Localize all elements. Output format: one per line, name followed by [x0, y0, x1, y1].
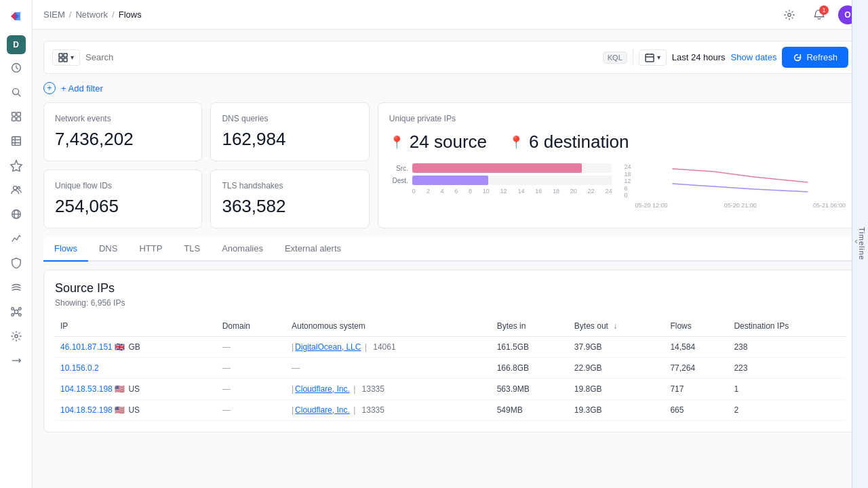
- sidebar-item-settings[interactable]: [5, 325, 27, 347]
- line-x-1: 05-20 21:00: [724, 202, 757, 209]
- col-ip: IP: [55, 316, 217, 337]
- sidebar-item-more[interactable]: [5, 350, 27, 371]
- show-dates-button[interactable]: Show dates: [731, 52, 777, 62]
- refresh-label: Refresh: [806, 52, 837, 62]
- bar-dst-fill: [412, 176, 488, 185]
- svg-line-25: [17, 313, 18, 314]
- search-type-dropdown[interactable]: ▾: [52, 49, 80, 66]
- country-0: GB: [128, 342, 140, 352]
- source-ips-section: Source IPs Showing: 6,956 IPs IP Domain …: [43, 270, 857, 432]
- bar-x-6: 6: [454, 188, 458, 195]
- asn-number-3: 13335: [362, 405, 384, 415]
- sidebar-item-search[interactable]: [5, 81, 27, 103]
- asn-pipe-2: |: [292, 384, 294, 394]
- add-filter-button[interactable]: + Add filter: [61, 83, 103, 94]
- sidebar-item-analytics[interactable]: [5, 228, 27, 249]
- cell-dest-ips-1: 223: [728, 358, 846, 379]
- breadcrumb-network[interactable]: Network: [75, 9, 108, 20]
- table-row: 46.101.87.151 🇬🇧 GB — |DigitalOcean, LLC…: [55, 337, 846, 358]
- refresh-button[interactable]: Refresh: [782, 47, 848, 68]
- kql-toggle[interactable]: KQL: [603, 52, 627, 64]
- time-filter-dropdown[interactable]: ▾: [639, 49, 667, 66]
- sidebar-item-rules[interactable]: [5, 252, 27, 274]
- app-logo[interactable]: [5, 5, 27, 27]
- network-events-value: 7,436,202: [55, 129, 191, 150]
- tab-dns[interactable]: DNS: [88, 237, 128, 262]
- cell-asn-1: —: [286, 358, 492, 379]
- country-3: US: [128, 405, 140, 415]
- breadcrumb-flows: Flows: [119, 9, 142, 20]
- source-ips-table: IP Domain Autonomous system Bytes in Byt…: [55, 316, 846, 421]
- bar-x-8: 8: [469, 188, 472, 195]
- bar-dst-track: [412, 176, 612, 185]
- stats-left: Network events 7,436,202 DNS queries 162…: [43, 102, 370, 228]
- cell-flows-2: 717: [665, 379, 728, 400]
- cell-domain-0: —: [217, 337, 286, 358]
- tab-flows[interactable]: Flows: [43, 237, 88, 262]
- bar-x-12: 12: [500, 188, 507, 195]
- tls-handshakes-value: 363,582: [222, 196, 357, 217]
- line-y-24: 24: [624, 163, 631, 170]
- search-input[interactable]: [85, 52, 597, 62]
- bar-src-row: Src.: [389, 163, 612, 173]
- svg-point-2: [12, 89, 18, 95]
- asn-pipe-3: |: [292, 405, 294, 415]
- topnav-right: 1 O: [778, 4, 857, 26]
- ip-link-2[interactable]: 104.18.53.198: [60, 384, 113, 394]
- bar-x-14: 14: [517, 188, 524, 195]
- asn-name-0[interactable]: DigitalOcean, LLC: [295, 342, 361, 352]
- svg-rect-33: [646, 54, 654, 62]
- bar-x-18: 18: [553, 188, 559, 195]
- cell-bytes-out-1: 22.9GB: [569, 358, 665, 379]
- cell-dest-ips-3: 2: [728, 400, 846, 421]
- sidebar-user-avatar[interactable]: D: [7, 35, 26, 54]
- notifications-icon-btn[interactable]: 1: [808, 4, 830, 26]
- table-row: 104.18.53.198 🇺🇸 US — |Cloudflare, Inc. …: [55, 379, 846, 400]
- sidebar-item-alerts[interactable]: [5, 155, 27, 176]
- settings-icon-btn[interactable]: [778, 4, 800, 26]
- timeline-panel[interactable]: ‹ Timeline: [852, 0, 868, 488]
- svg-rect-7: [16, 117, 20, 121]
- dns-queries-value: 162,984: [222, 129, 357, 150]
- ip-link-3[interactable]: 104.18.52.198: [60, 405, 113, 415]
- ip-link-1[interactable]: 10.156.0.2: [60, 363, 99, 373]
- source-ip-value: 24 source: [410, 131, 487, 152]
- bar-x-22: 22: [588, 188, 595, 195]
- filter-row: + + Add filter: [43, 82, 857, 94]
- bar-x-10: 10: [483, 188, 490, 195]
- svg-point-21: [18, 314, 21, 317]
- unique-ips-values: 📍 24 source 📍 6 destination: [389, 131, 846, 152]
- asn-name-2[interactable]: Cloudflare, Inc.: [295, 384, 350, 394]
- sidebar-item-dashboard[interactable]: [5, 106, 27, 127]
- cell-flows-1: 77,264: [665, 358, 728, 379]
- asn-name-3[interactable]: Cloudflare, Inc.: [295, 405, 350, 415]
- cell-asn-2: |Cloudflare, Inc. | 13335: [286, 379, 492, 400]
- table-row: 104.18.52.198 🇺🇸 US — |Cloudflare, Inc. …: [55, 400, 846, 421]
- cell-bytes-in-2: 563.9MB: [492, 379, 569, 400]
- svg-rect-32: [64, 58, 67, 62]
- bytes-out-sort-icon[interactable]: ↓: [613, 321, 617, 331]
- sidebar-item-table[interactable]: [5, 130, 27, 152]
- filter-add-icon[interactable]: +: [43, 82, 56, 94]
- tab-http[interactable]: HTTP: [128, 237, 173, 262]
- col-dest-ips: Destination IPs: [728, 316, 846, 337]
- line-chart: 24 18 12 6 0: [623, 163, 846, 209]
- cell-bytes-in-0: 161.5GB: [492, 337, 569, 358]
- sidebar-item-recent[interactable]: [5, 57, 27, 79]
- line-x-2: 05-21 06:00: [813, 202, 846, 209]
- line-x-0: 05-20 12:00: [635, 202, 667, 209]
- sidebar-item-ml[interactable]: [5, 301, 27, 323]
- sidebar-item-users[interactable]: [5, 179, 27, 201]
- tab-anomalies[interactable]: Anomalies: [211, 237, 274, 262]
- flag-2: 🇺🇸: [115, 384, 125, 394]
- col-flows: Flows: [665, 316, 728, 337]
- ip-link-0[interactable]: 46.101.87.151: [60, 342, 113, 352]
- tab-tls[interactable]: TLS: [173, 237, 211, 262]
- tab-external-alerts[interactable]: External alerts: [274, 237, 352, 262]
- breadcrumb-siem[interactable]: SIEM: [43, 9, 65, 20]
- sidebar-item-network[interactable]: [5, 203, 27, 225]
- svg-line-23: [17, 309, 18, 310]
- flag-0: 🇬🇧: [115, 342, 125, 352]
- dns-queries-card: DNS queries 162,984: [210, 102, 369, 161]
- sidebar-item-feed[interactable]: [5, 277, 27, 298]
